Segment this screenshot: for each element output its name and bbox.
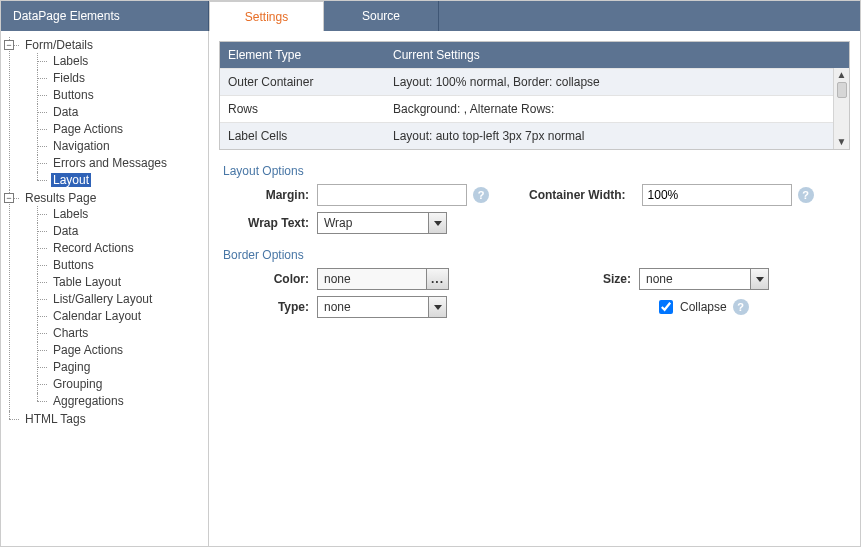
border-color-label: Color:: [237, 272, 317, 286]
col-element-type: Element Type: [220, 42, 385, 68]
tree-group-html-tags[interactable]: HTML Tags: [9, 411, 204, 428]
border-options-title: Border Options: [223, 248, 850, 262]
tab-source[interactable]: Source: [324, 1, 439, 31]
tab-settings[interactable]: Settings: [209, 1, 324, 31]
tree-item[interactable]: Paging: [37, 359, 204, 376]
border-options: Color: none ... Size: none Type: no: [219, 268, 850, 318]
container-width-input[interactable]: [642, 184, 792, 206]
border-color-picker[interactable]: none ...: [317, 268, 449, 290]
tree-item[interactable]: List/Gallery Layout: [37, 291, 204, 308]
table-row[interactable]: Rows Background: , Alternate Rows:: [220, 95, 849, 122]
margin-input[interactable]: [317, 184, 467, 206]
col-current-settings: Current Settings: [385, 42, 849, 68]
group-label[interactable]: Results Page: [23, 191, 98, 205]
collapse-checkbox[interactable]: Collapse: [655, 297, 727, 317]
help-icon[interactable]: ?: [798, 187, 814, 203]
tree-item[interactable]: Aggregations: [37, 393, 204, 410]
tree-item[interactable]: Data: [37, 104, 204, 121]
help-icon[interactable]: ?: [733, 299, 749, 315]
collapse-checkbox-input[interactable]: [659, 300, 673, 314]
tree-item[interactable]: Labels: [37, 53, 204, 70]
table-body: Outer Container Layout: 100% normal, Bor…: [220, 68, 849, 149]
tree-item[interactable]: Page Actions: [37, 121, 204, 138]
table-header: Element Type Current Settings: [220, 42, 849, 68]
sidebar-title: DataPage Elements: [1, 1, 209, 31]
tab-strip: Settings Source: [209, 1, 860, 31]
tree-group-form-details[interactable]: − Form/Details Labels Fields Buttons Dat…: [9, 37, 204, 190]
scroll-thumb[interactable]: [837, 82, 847, 98]
layout-options-title: Layout Options: [223, 164, 850, 178]
border-size-label: Size:: [589, 272, 639, 286]
tree-item[interactable]: Table Layout: [37, 274, 204, 291]
wrap-text-label: Wrap Text:: [237, 216, 317, 230]
group-label[interactable]: HTML Tags: [23, 412, 88, 426]
tree-item-layout[interactable]: Layout: [37, 172, 204, 189]
scroll-up-icon[interactable]: ▲: [837, 70, 847, 80]
wrap-text-select[interactable]: Wrap: [317, 212, 447, 234]
app-window: DataPage Elements Settings Source − Form…: [0, 0, 861, 547]
table-scrollbar[interactable]: ▲ ▼: [833, 68, 849, 149]
tree-group-results-page[interactable]: − Results Page Labels Data Record Action…: [9, 190, 204, 411]
scroll-track[interactable]: [837, 80, 847, 137]
margin-label: Margin:: [237, 188, 317, 202]
tree-item[interactable]: Grouping: [37, 376, 204, 393]
collapse-toggle-icon[interactable]: −: [4, 193, 14, 203]
tree-item[interactable]: Navigation: [37, 138, 204, 155]
tree-item[interactable]: Charts: [37, 325, 204, 342]
top-bar: DataPage Elements Settings Source: [1, 1, 860, 31]
sidebar-tree: − Form/Details Labels Fields Buttons Dat…: [1, 31, 209, 546]
layout-options: Margin: ? Container Width: ? Wrap Text: …: [219, 184, 850, 234]
collapse-toggle-icon[interactable]: −: [4, 40, 14, 50]
tree-item[interactable]: Buttons: [37, 87, 204, 104]
container-width-label: Container Width:: [529, 188, 634, 202]
tree-item[interactable]: Buttons: [37, 257, 204, 274]
tree-item[interactable]: Record Actions: [37, 240, 204, 257]
ellipsis-button[interactable]: ...: [427, 268, 449, 290]
chevron-down-icon[interactable]: [428, 297, 446, 317]
group-label[interactable]: Form/Details: [23, 38, 95, 52]
border-size-select[interactable]: none: [639, 268, 769, 290]
help-icon[interactable]: ?: [473, 187, 489, 203]
table-row[interactable]: Outer Container Layout: 100% normal, Bor…: [220, 68, 849, 95]
chevron-down-icon[interactable]: [750, 269, 768, 289]
scroll-down-icon[interactable]: ▼: [837, 137, 847, 147]
border-type-label: Type:: [237, 300, 317, 314]
tree-item[interactable]: Fields: [37, 70, 204, 87]
tree-item[interactable]: Errors and Messages: [37, 155, 204, 172]
table-row[interactable]: Label Cells Layout: auto top-left 3px 7p…: [220, 122, 849, 149]
body: − Form/Details Labels Fields Buttons Dat…: [1, 31, 860, 546]
border-type-select[interactable]: none: [317, 296, 447, 318]
tree-item[interactable]: Page Actions: [37, 342, 204, 359]
tree-item[interactable]: Calendar Layout: [37, 308, 204, 325]
chevron-down-icon[interactable]: [428, 213, 446, 233]
tree-item[interactable]: Data: [37, 223, 204, 240]
settings-table: Element Type Current Settings Outer Cont…: [219, 41, 850, 150]
tree-item[interactable]: Labels: [37, 206, 204, 223]
main-panel: Element Type Current Settings Outer Cont…: [209, 31, 860, 546]
